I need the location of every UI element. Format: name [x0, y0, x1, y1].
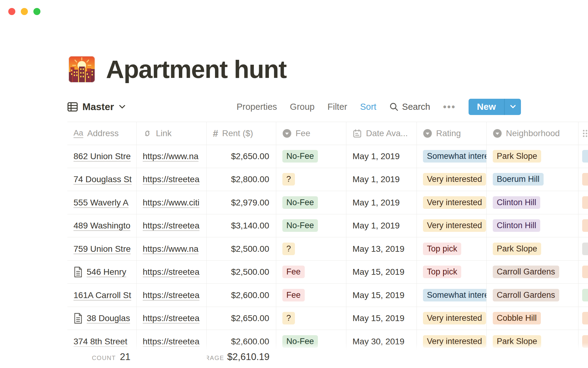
cell-link[interactable]: https://streetea: [137, 168, 207, 191]
more-options-button[interactable]: •••: [443, 102, 456, 112]
cell-neighborhood[interactable]: Carroll Gardens: [487, 260, 579, 283]
cell-link[interactable]: https://streetea: [137, 214, 207, 237]
cell-rating[interactable]: Top pick: [417, 260, 487, 283]
cell-fee[interactable]: ?: [276, 307, 346, 330]
cell-overflow[interactable]: [579, 307, 588, 330]
column-header-fee[interactable]: Fee: [276, 122, 346, 145]
column-header-address[interactable]: Aa Address: [67, 122, 137, 145]
cell-rent[interactable]: $2,500.00: [207, 237, 276, 260]
link-text: https://www.na: [143, 244, 198, 254]
bottom-fade-overlay: [0, 343, 588, 350]
table-row[interactable]: 555 Waverly A https://www.citi $2,979.00…: [67, 191, 588, 214]
column-header-link[interactable]: Link: [137, 122, 207, 145]
new-dropdown-button[interactable]: [504, 99, 521, 115]
cell-link[interactable]: https://www.citi: [137, 191, 207, 214]
cell-date-available[interactable]: May 15, 2019: [346, 284, 417, 307]
close-window-button[interactable]: [8, 8, 15, 15]
table-row[interactable]: 759 Union Stre https://www.na $2,500.00 …: [67, 237, 588, 261]
cell-rent[interactable]: $2,800.00: [207, 168, 276, 191]
cell-rent[interactable]: $2,600.00: [207, 284, 276, 307]
cell-rent[interactable]: $2,500.00: [207, 260, 276, 283]
cell-rent[interactable]: $2,650.00: [207, 307, 276, 330]
cell-rating[interactable]: Top pick: [417, 237, 487, 260]
cell-overflow[interactable]: [579, 284, 588, 307]
cell-address[interactable]: 74 Douglass St: [67, 168, 137, 191]
fee-tag: No-Fee: [282, 196, 318, 209]
cell-address[interactable]: 555 Waverly A: [67, 191, 137, 214]
cell-link[interactable]: https://streetea: [137, 284, 207, 307]
cell-date-available[interactable]: May 15, 2019: [346, 260, 417, 283]
table-row[interactable]: 862 Union Stre https://www.na $2,650.00 …: [67, 145, 588, 168]
properties-button[interactable]: Properties: [236, 102, 277, 112]
cell-fee[interactable]: No-Fee: [276, 145, 346, 168]
cell-address[interactable]: 546 Henry: [67, 260, 137, 283]
cell-rent[interactable]: $2,650.00: [207, 145, 276, 168]
column-header-rent[interactable]: # Rent ($): [207, 122, 276, 145]
cell-date-available[interactable]: May 1, 2019: [346, 214, 417, 237]
zoom-window-button[interactable]: [33, 8, 40, 15]
cell-fee[interactable]: Fee: [276, 260, 346, 283]
cell-address[interactable]: 489 Washingto: [67, 214, 137, 237]
select-property-icon: [423, 129, 432, 138]
cell-neighborhood[interactable]: Cobble Hill: [487, 307, 579, 330]
cell-address[interactable]: 862 Union Stre: [67, 145, 137, 168]
cell-rating[interactable]: Very interested: [417, 191, 487, 214]
column-header-rating[interactable]: Rating: [417, 122, 487, 145]
cell-date-available[interactable]: May 15, 2019: [346, 307, 417, 330]
cell-rating[interactable]: Very interested: [417, 168, 487, 191]
cell-link[interactable]: https://streetea: [137, 260, 207, 283]
column-header-neighborhood[interactable]: Neighborhood: [487, 122, 579, 145]
search-button[interactable]: Search: [389, 102, 430, 112]
cell-neighborhood[interactable]: Clinton Hill: [487, 191, 579, 214]
cell-date-available[interactable]: May 1, 2019: [346, 168, 417, 191]
cell-date-available[interactable]: May 1, 2019: [346, 145, 417, 168]
cell-overflow[interactable]: [579, 260, 588, 283]
table-row[interactable]: 74 Douglass St https://streetea $2,800.0…: [67, 168, 588, 191]
table-row[interactable]: 161A Carroll St https://streetea $2,600.…: [67, 284, 588, 307]
view-tab-master[interactable]: Master: [67, 101, 125, 113]
minimize-window-button[interactable]: [21, 8, 28, 15]
column-header-date-available[interactable]: Date Ava...: [346, 122, 417, 145]
footer-count[interactable]: COUNT 21: [67, 351, 137, 362]
table-row[interactable]: 546 Henry https://streetea $2,500.00 Fee…: [67, 260, 588, 284]
cell-rent[interactable]: $2,979.00: [207, 191, 276, 214]
cell-rating[interactable]: Somewhat interested: [417, 145, 487, 168]
cell-address[interactable]: 161A Carroll St: [67, 284, 137, 307]
cell-fee[interactable]: Fee: [276, 284, 346, 307]
footer-average[interactable]: RAGE $2,610.19: [207, 351, 276, 362]
filter-button[interactable]: Filter: [327, 102, 347, 112]
table-row[interactable]: 489 Washingto https://streetea $3,140.00…: [67, 214, 588, 237]
new-button[interactable]: New: [469, 99, 504, 115]
cell-rating[interactable]: Somewhat interested: [417, 284, 487, 307]
cell-address[interactable]: 38 Douglas: [67, 307, 137, 330]
cell-fee[interactable]: No-Fee: [276, 191, 346, 214]
cell-overflow[interactable]: [579, 214, 588, 237]
cell-overflow[interactable]: [579, 191, 588, 214]
cell-link[interactable]: https://www.na: [137, 145, 207, 168]
cell-address[interactable]: 759 Union Stre: [67, 237, 137, 260]
cell-neighborhood[interactable]: Park Slope: [487, 145, 579, 168]
column-header-overflow[interactable]: [579, 122, 588, 145]
cell-neighborhood[interactable]: Carroll Gardens: [487, 284, 579, 307]
cell-link[interactable]: https://www.na: [137, 237, 207, 260]
cell-rating[interactable]: Very interested: [417, 307, 487, 330]
cell-link[interactable]: https://streetea: [137, 307, 207, 330]
date-text: May 13, 2019: [352, 244, 405, 254]
cell-rent[interactable]: $3,140.00: [207, 214, 276, 237]
sunset-city-emoji-icon[interactable]: [69, 56, 95, 82]
cell-rating[interactable]: Very interested: [417, 214, 487, 237]
cell-date-available[interactable]: May 13, 2019: [346, 237, 417, 260]
group-button[interactable]: Group: [290, 102, 315, 112]
cell-overflow[interactable]: [579, 168, 588, 191]
cell-fee[interactable]: ?: [276, 237, 346, 260]
cell-neighborhood[interactable]: Clinton Hill: [487, 214, 579, 237]
cell-neighborhood[interactable]: Park Slope: [487, 237, 579, 260]
cell-date-available[interactable]: May 1, 2019: [346, 191, 417, 214]
cell-fee[interactable]: ?: [276, 168, 346, 191]
sort-button[interactable]: Sort: [360, 102, 376, 112]
cell-fee[interactable]: No-Fee: [276, 214, 346, 237]
cell-overflow[interactable]: [579, 237, 588, 260]
cell-overflow[interactable]: [579, 145, 588, 168]
cell-neighborhood[interactable]: Boerum Hill: [487, 168, 579, 191]
table-row[interactable]: 38 Douglas https://streetea $2,650.00 ? …: [67, 307, 588, 330]
